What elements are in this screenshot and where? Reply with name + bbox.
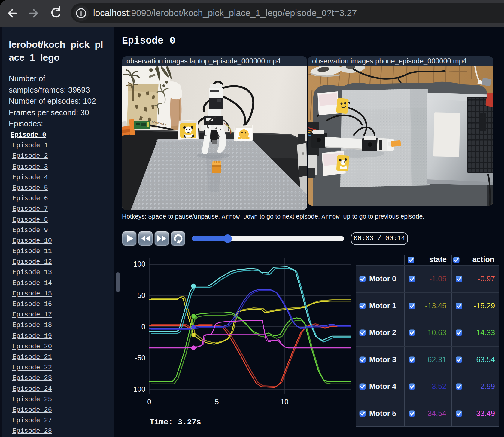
- svg-text:0: 0: [147, 398, 151, 406]
- svg-text:50: 50: [137, 291, 145, 299]
- svg-text:Time: 3.27s: Time: 3.27s: [150, 418, 201, 427]
- svg-text:-100: -100: [131, 385, 145, 393]
- svg-text:5: 5: [215, 398, 219, 406]
- svg-text:10: 10: [281, 398, 289, 406]
- svg-text:0: 0: [141, 322, 145, 331]
- svg-text:-50: -50: [135, 354, 145, 362]
- svg-text:100: 100: [133, 260, 145, 268]
